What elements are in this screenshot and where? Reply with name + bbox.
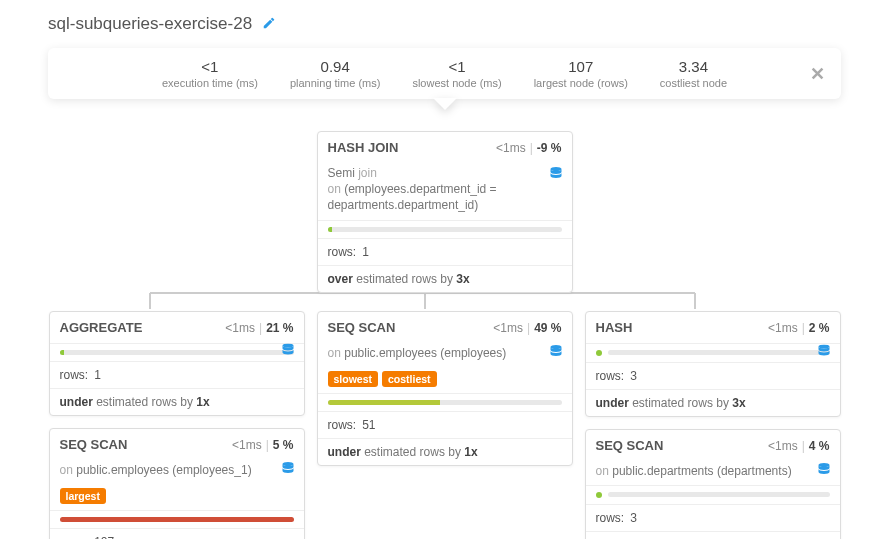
node-estimate: under estimated rows by 3x — [586, 531, 840, 539]
node-target: on public.employees (employees) — [318, 343, 572, 367]
node-title: SEQ SCAN — [328, 320, 396, 335]
node-title: HASH — [596, 320, 633, 335]
database-icon — [550, 167, 562, 185]
node-rows-bar — [50, 343, 304, 361]
node-hash-join[interactable]: HASH JOIN <1ms|-9 % Semi join on (employ… — [317, 131, 573, 293]
node-description: Semi join on (employees.department_id = … — [318, 163, 572, 220]
database-icon — [550, 345, 562, 363]
svg-point-9 — [550, 345, 561, 349]
node-rows: rows: 3 — [586, 362, 840, 389]
node-seqscan-employees[interactable]: SEQ SCAN <1ms|49 % on public.employees (… — [317, 311, 573, 466]
node-rows-bar — [586, 343, 840, 362]
node-meta: <1ms|5 % — [232, 438, 294, 452]
tag-largest: largest — [60, 488, 106, 504]
database-icon — [818, 344, 830, 361]
node-rows-bar — [318, 393, 572, 411]
tag-slowest: slowest — [328, 371, 379, 387]
svg-point-6 — [550, 167, 561, 171]
edit-icon[interactable] — [262, 16, 276, 33]
svg-point-10 — [818, 344, 829, 348]
svg-point-11 — [818, 463, 829, 467]
node-rows-bar — [50, 510, 304, 528]
database-icon — [818, 463, 830, 481]
stats-pointer-icon — [0, 98, 889, 113]
node-estimate: under estimated rows by 1x — [50, 388, 304, 415]
node-title: AGGREGATE — [60, 320, 143, 335]
node-rows-bar — [318, 220, 572, 238]
stat-planning-time: 0.94planning time (ms) — [290, 58, 380, 89]
node-estimate: over estimated rows by 3x — [318, 265, 572, 292]
node-hash[interactable]: HASH <1ms|2 % rows: 3 under estimated ro… — [585, 311, 841, 417]
node-meta: <1ms|-9 % — [496, 141, 562, 155]
node-tags: largest — [50, 484, 304, 510]
node-meta: <1ms|4 % — [768, 439, 830, 453]
node-target: on public.departments (departments) — [586, 461, 840, 485]
node-meta: <1ms|49 % — [493, 321, 561, 335]
stats-bar: <1execution time (ms) 0.94planning time … — [48, 48, 841, 99]
stat-execution-time: <1execution time (ms) — [162, 58, 258, 89]
node-title: SEQ SCAN — [60, 437, 128, 452]
database-icon — [282, 344, 294, 361]
svg-point-7 — [282, 344, 293, 348]
database-icon — [282, 462, 294, 480]
close-icon[interactable]: ✕ — [810, 63, 825, 85]
node-estimate: under estimated rows by 1x — [318, 438, 572, 465]
svg-point-8 — [282, 462, 293, 466]
node-seqscan-employees-1[interactable]: SEQ SCAN <1ms|5 % on public.employees (e… — [49, 428, 305, 539]
node-rows: rows: 107 — [50, 528, 304, 539]
stat-costliest-node: 3.34costliest node — [660, 58, 727, 89]
progress-dot — [596, 350, 602, 356]
progress-dot — [596, 492, 602, 498]
node-rows: rows: 3 — [586, 504, 840, 531]
svg-marker-0 — [433, 98, 457, 110]
node-estimate: under estimated rows by 3x — [586, 389, 840, 416]
node-seqscan-departments[interactable]: SEQ SCAN <1ms|4 % on public.departments … — [585, 429, 841, 539]
node-meta: <1ms|2 % — [768, 321, 830, 335]
node-aggregate[interactable]: AGGREGATE <1ms|21 % rows: 1 under estima… — [49, 311, 305, 416]
node-rows-bar — [586, 485, 840, 504]
tag-costliest: costliest — [382, 371, 437, 387]
node-target: on public.employees (employees_1) — [50, 460, 304, 484]
stat-slowest-node: <1slowest node (ms) — [412, 58, 501, 89]
stat-largest-node: 107largest node (rows) — [534, 58, 628, 89]
node-tags: slowest costliest — [318, 367, 572, 393]
node-rows: rows: 1 — [50, 361, 304, 388]
node-title: SEQ SCAN — [596, 438, 664, 453]
node-meta: <1ms|21 % — [225, 321, 293, 335]
node-rows: rows: 1 — [318, 238, 572, 265]
node-rows: rows: 51 — [318, 411, 572, 438]
page-title: sql-subqueries-exercise-28 — [48, 14, 252, 34]
node-title: HASH JOIN — [328, 140, 399, 155]
